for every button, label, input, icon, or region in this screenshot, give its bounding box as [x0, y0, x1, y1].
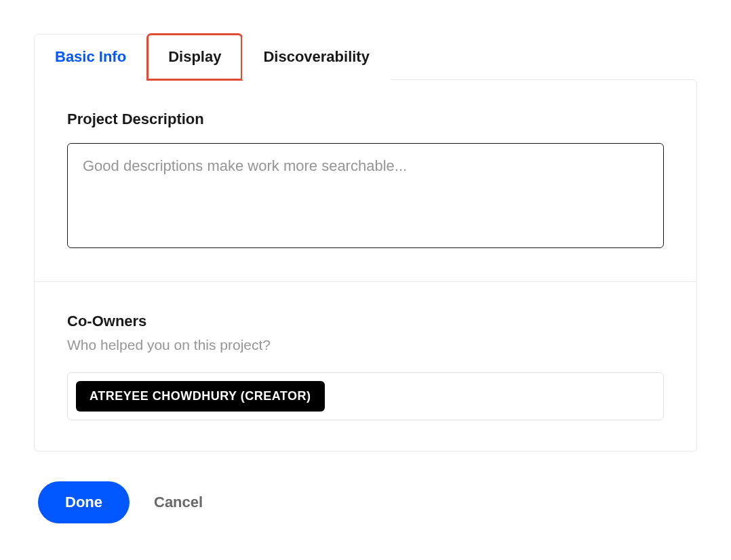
tab-basic-info[interactable]: Basic Info — [34, 34, 147, 80]
co-owners-subtitle: Who helped you on this project? — [67, 337, 664, 353]
project-description-title: Project Description — [67, 111, 664, 128]
tab-discoverability[interactable]: Discoverability — [242, 34, 391, 80]
project-description-input[interactable] — [67, 143, 664, 248]
settings-panel: Project Description Co-Owners Who helped… — [34, 79, 697, 452]
co-owner-chip[interactable]: ATREYEE CHOWDHURY (CREATOR) — [76, 381, 325, 412]
cancel-button[interactable]: Cancel — [154, 494, 203, 511]
co-owners-input[interactable]: ATREYEE CHOWDHURY (CREATOR) — [67, 372, 664, 420]
co-owners-title: Co-Owners — [67, 313, 664, 330]
tab-display[interactable]: Display — [147, 34, 242, 80]
tabs-container: Basic Info Display Discoverability Proje… — [34, 34, 697, 452]
tabs-row: Basic Info Display Discoverability — [34, 34, 697, 79]
co-owners-section: Co-Owners Who helped you on this project… — [35, 281, 696, 451]
project-description-section: Project Description — [35, 80, 696, 281]
footer-actions: Done Cancel — [34, 481, 697, 523]
done-button[interactable]: Done — [38, 481, 130, 523]
